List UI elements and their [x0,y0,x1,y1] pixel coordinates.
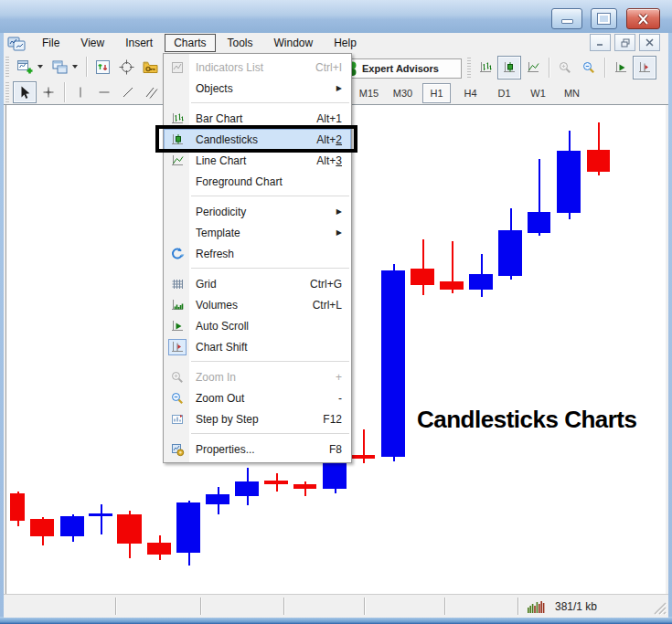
candle-body [293,484,316,489]
mdi-minimize-button[interactable] [590,34,611,51]
menubar-item-charts[interactable]: Charts [165,34,215,52]
horizontal-line-button[interactable] [92,81,116,103]
candlesticks-button[interactable] [497,56,521,79]
candle-wick [422,239,424,295]
timeframe-m30-button[interactable]: M30 [389,83,417,103]
close-button[interactable] [626,8,660,29]
submenu-arrow-icon: ▶ [336,84,342,92]
timeframe-w1-button[interactable]: W1 [524,83,552,103]
menu-item-zoom-out[interactable]: Zoom Out- [164,387,351,408]
menu-item-auto-scroll[interactable]: Auto Scroll [164,315,351,336]
menubar-item-view[interactable]: View [71,34,113,52]
menu-item-refresh[interactable]: Refresh [164,243,351,264]
zoom-out-icon [581,60,596,75]
new-chart-button[interactable] [13,55,37,79]
menu-item-line-chart[interactable]: Line ChartAlt+3 [164,150,351,171]
menubar-item-window[interactable]: Window [265,34,323,52]
horizontal-line-icon [97,85,112,100]
cursor-icon [17,85,32,100]
toolbar-separator [64,82,65,102]
candle-body [323,462,347,489]
toolbar-separator [549,58,549,78]
menu-item-properties[interactable]: Properties...F8 [164,439,351,460]
line-chart-button[interactable] [521,56,545,79]
vertical-line-icon [73,85,88,100]
menu-item-objects[interactable]: Objects▶ [164,78,351,99]
menu-bar: FileViewInsertChartsToolsWindowHelp [4,33,668,53]
candle-body [469,274,493,290]
maximize-button[interactable] [591,8,617,29]
properties-icon [164,442,190,457]
step-by-step-icon [164,412,190,427]
menu-item-label: Line Chart [190,154,309,167]
zoom-out-button[interactable] [577,56,601,79]
menu-item-periodicity[interactable]: Periodicity▶ [164,201,351,222]
dropdown-arrow-icon[interactable] [72,65,78,69]
minimize-button[interactable] [551,8,582,29]
dropdown-arrow-icon[interactable] [37,65,43,69]
menu-item-grid[interactable]: GridCtrl+G [164,273,351,294]
candle-body [10,493,25,521]
statusbar-divider [200,598,201,615]
profiles-button[interactable] [48,55,71,79]
statusbar-divider [283,598,284,615]
menubar-item-insert[interactable]: Insert [116,34,162,52]
channel-button[interactable] [140,81,164,103]
menu-item-step-by-step[interactable]: Step by StepF12 [164,408,351,429]
zoom-in-icon [558,60,572,75]
menu-item-template[interactable]: Template▶ [164,222,351,243]
crosshair-button[interactable] [37,81,60,103]
timeframe-d1-button[interactable]: D1 [490,83,518,103]
menu-item-chart-shift[interactable]: Chart Shift [164,336,351,357]
resize-grip[interactable] [652,600,667,618]
toolbar-separator [86,57,87,77]
timeframe-mn-button[interactable]: MN [558,83,586,103]
market-watch-button[interactable] [91,55,114,79]
menu-separator [164,357,351,366]
bar-chart-button[interactable] [474,56,497,79]
menu-item-foreground-chart[interactable]: Foreground Chart [164,171,351,192]
candle-body [89,513,112,516]
toolbar-grip[interactable] [5,57,9,77]
mdi-restore-button[interactable] [614,34,635,51]
timeframe-h4-button[interactable]: H4 [456,83,485,103]
menubar-item-file[interactable]: File [33,34,69,52]
line-chart-icon [526,60,540,75]
chart-shift-button[interactable] [633,56,656,79]
navigator-button[interactable] [138,55,162,79]
menu-item-volumes[interactable]: VolumesCtrl+L [164,294,351,315]
menubar-item-help[interactable]: Help [325,34,366,52]
new-chart-icon [16,58,34,76]
menu-item-shortcut: F12 [315,413,342,426]
timeframe-m15-button[interactable]: M15 [355,83,383,103]
menu-item-label: Indicators List [190,61,308,74]
zoom-in-button [553,56,577,79]
crosshair-target-icon [118,58,135,76]
menu-item-label: Auto Scroll [190,320,342,333]
profiles-icon [51,58,69,76]
application-window: FileViewInsertChartsToolsWindowHelp Expe… [0,0,672,624]
menu-item-shortcut: Ctrl+I [308,61,342,74]
market-watch-icon [94,58,112,76]
mdi-close-button[interactable] [639,34,660,51]
candle-wick [101,504,102,534]
menu-item-shortcut: F8 [322,443,342,456]
auto-scroll-button[interactable] [609,56,633,79]
candle-body [206,494,229,504]
candle-body [498,230,522,276]
menubar-item-tools[interactable]: Tools [219,34,262,52]
crosshair-target-button[interactable] [114,55,138,79]
menu-item-label: Template [190,227,336,239]
status-bar: 381/1 kb [4,594,668,618]
toolbar-grip[interactable] [5,82,9,102]
trendline-button[interactable] [116,81,140,103]
candle-body [235,481,259,496]
cursor-button[interactable] [13,81,37,103]
bar-chart-icon [164,111,190,126]
candlesticks-highlight-box [155,125,357,153]
candle-body [381,270,405,457]
menu-item-label: Grid [190,278,303,291]
expert-advisors-button[interactable]: Expert Advisors [346,58,462,79]
timeframe-h1-button[interactable]: H1 [422,83,451,103]
vertical-line-button[interactable] [69,81,92,103]
